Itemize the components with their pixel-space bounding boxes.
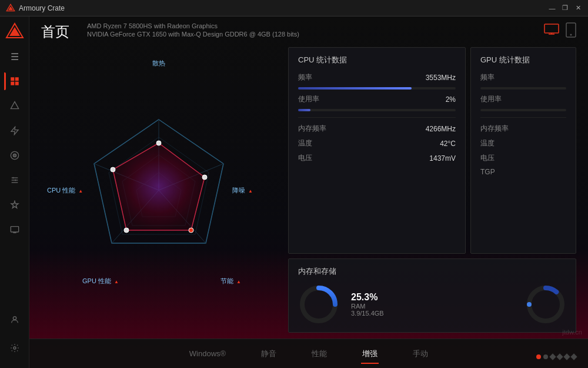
storage-donut-chart (525, 284, 566, 325)
radar-arrow-gpu: ▲ (114, 279, 119, 284)
window-controls: — ❐ ✕ (548, 4, 582, 12)
svg-point-37 (156, 141, 161, 145)
radar-label-cpu: CPU 性能 ▲ (47, 185, 83, 194)
gpu-memfreq-label: 内存频率 (480, 124, 527, 134)
sidebar-item-armoury[interactable] (4, 170, 25, 191)
svg-rect-6 (11, 82, 14, 85)
sidebar-item-aura[interactable] (4, 120, 25, 141)
cpu-memfreq-value: 4266MHz (426, 125, 456, 133)
sidebar-item-user[interactable] (4, 309, 25, 330)
cpu-freq-label: 频率 (298, 72, 345, 82)
stats-panels: CPU 统计数据 频率 3553MHz 使用率 2% (288, 47, 576, 254)
radar-arrow-right: ▲ (248, 188, 253, 193)
radar-label-bottom-right: 节能 ▲ (220, 277, 241, 286)
tab-performance[interactable]: 性能 (294, 344, 345, 364)
gpu-usage-bar-container (480, 109, 566, 111)
memory-panel-title: 内存和存储 (298, 266, 566, 277)
sidebar: ☰ (0, 16, 29, 368)
tab-windows[interactable]: Windows® (172, 344, 243, 363)
cpu-voltage-row: 电压 1437mV (298, 153, 456, 163)
maximize-button[interactable]: ❐ (561, 4, 569, 12)
sidebar-item-overlay[interactable] (4, 219, 25, 240)
svg-point-38 (202, 175, 207, 180)
cpu-info: AMD Ryzen 7 5800HS with Radeon Graphics (87, 22, 299, 29)
sidebar-item-notifications[interactable] (4, 95, 25, 117)
pagination-dots (536, 354, 576, 359)
gpu-voltage-label: 电压 (480, 153, 527, 163)
radar-chart-area: 散热 降噪 ▲ 节能 ▲ GPU 性能 ▲ CPU 性能 ▲ (35, 47, 282, 333)
header: 首页 AMD Ryzen 7 5800HS with Radeon Graphi… (29, 16, 588, 47)
cpu-usage-row: 使用率 2% (298, 94, 456, 104)
diamond-1 (549, 353, 556, 360)
cpu-voltage-label: 电压 (298, 153, 345, 163)
gpu-voltage-row: 电压 (480, 153, 566, 163)
gpu-freq-row: 频率 (480, 72, 566, 82)
gpu-info: NVIDIA GeForce GTX 1650 with Max-Q Desig… (87, 31, 299, 38)
cpu-divider (298, 117, 456, 118)
radar-arrow-bottom-right: ▲ (236, 279, 241, 284)
cpu-memfreq-row: 内存频率 4266MHz (298, 124, 456, 134)
cpu-temp-row: 温度 42°C (298, 138, 456, 148)
dot-1 (536, 354, 541, 359)
gpu-freq-bar-container (480, 87, 566, 89)
ram-donut-chart (298, 284, 339, 325)
cpu-freq-bar (298, 87, 412, 89)
cpu-freq-value: 3553MHz (426, 74, 456, 82)
page-title: 首页 (41, 25, 69, 39)
radar-label-right: 降噪 ▲ (232, 185, 253, 194)
tab-turbo[interactable]: 增强 (345, 344, 395, 364)
bottom-tab-bar: Windows® 静音 性能 增强 手动 (29, 339, 588, 368)
svg-point-41 (111, 167, 115, 172)
sidebar-bottom (4, 309, 25, 368)
radar-label-top: 散热 (152, 59, 165, 68)
sidebar-item-home[interactable] (4, 71, 25, 92)
gpu-divider (480, 117, 566, 118)
ram-detail: 3.9/15.4GB (351, 310, 384, 317)
cpu-memfreq-label: 内存频率 (298, 124, 345, 134)
sidebar-item-settings[interactable] (4, 337, 25, 359)
gpu-usage-label: 使用率 (480, 94, 527, 104)
app-icon (6, 4, 15, 13)
svg-rect-7 (15, 82, 18, 85)
titlebar: Armoury Crate — ❐ ✕ (0, 0, 588, 16)
cpu-voltage-value: 1437mV (429, 154, 456, 163)
gpu-tgp-row: TGP (480, 168, 566, 176)
content-area: 首页 AMD Ryzen 7 5800HS with Radeon Graphi… (29, 16, 588, 368)
cpu-usage-label: 使用率 (298, 94, 345, 104)
device-info: AMD Ryzen 7 5800HS with Radeon Graphics … (87, 22, 299, 38)
header-icons (543, 22, 576, 41)
sidebar-item-scenario[interactable] (4, 194, 25, 216)
tab-manual[interactable]: 手动 (395, 344, 446, 364)
pc-view-button[interactable] (543, 24, 560, 40)
svg-point-39 (189, 228, 193, 233)
gpu-temp-label: 温度 (480, 138, 527, 148)
ram-donut-svg (298, 284, 339, 325)
ram-info: 25.3% RAM 3.9/15.4GB (351, 292, 384, 317)
sidebar-logo (4, 21, 25, 42)
svg-marker-8 (11, 102, 18, 109)
app-title: Armoury Crate (19, 4, 548, 12)
svg-point-18 (13, 317, 16, 320)
ram-label: RAM (351, 303, 384, 310)
storage-donut-svg (525, 284, 566, 325)
close-button[interactable]: ✕ (574, 4, 582, 12)
right-panels: CPU 统计数据 频率 3553MHz 使用率 2% (288, 47, 576, 333)
cpu-panel-title: CPU 统计数据 (298, 55, 456, 65)
svg-point-40 (124, 228, 129, 233)
tab-silent[interactable]: 静音 (243, 344, 294, 364)
sidebar-menu-toggle[interactable]: ☰ (4, 46, 25, 67)
gpu-usage-row: 使用率 (480, 94, 566, 104)
cpu-freq-row: 频率 3553MHz (298, 72, 456, 82)
main-layout: ☰ (0, 16, 588, 368)
mobile-view-button[interactable] (566, 22, 576, 41)
memory-panel: 内存和存储 (288, 258, 576, 333)
gpu-temp-row: 温度 (480, 138, 566, 148)
cpu-temp-label: 温度 (298, 138, 345, 148)
svg-rect-4 (11, 77, 14, 81)
svg-marker-3 (9, 27, 20, 36)
minimize-button[interactable]: — (548, 4, 556, 12)
diamond-3 (563, 353, 570, 360)
sidebar-item-gamevisual[interactable] (4, 145, 25, 166)
ram-percent: 25.3% (351, 292, 384, 303)
cpu-stats-panel: CPU 统计数据 频率 3553MHz 使用率 2% (288, 47, 466, 254)
